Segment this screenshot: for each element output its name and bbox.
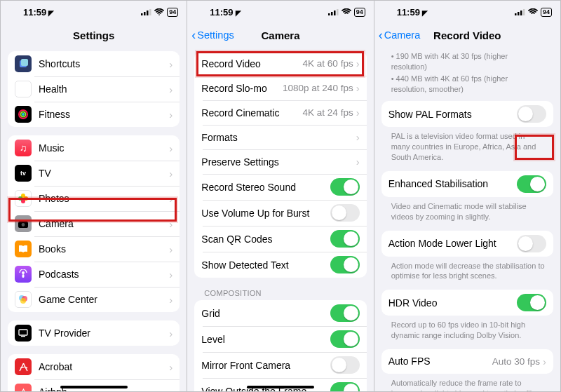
label: Health [39, 83, 169, 95]
status-time: 11:59 [397, 7, 420, 18]
row-acrobat[interactable]: Acrobat › [8, 354, 180, 379]
wifi-icon [528, 8, 538, 15]
nav-title: Camera [261, 29, 299, 41]
row-auto-fps[interactable]: Auto FPS Auto 30 fps › [381, 349, 553, 374]
battery-icon: 94 [167, 8, 178, 17]
toggle[interactable] [330, 330, 360, 348]
nav-title: Record Video [433, 29, 501, 41]
row-record-slomo[interactable]: Record Slo-mo 1080p at 240 fps › [194, 76, 366, 100]
status-bar: 11:59◤ 94 [187, 1, 373, 23]
value: 4K at 60 fps [303, 58, 353, 69]
toggle[interactable] [517, 294, 546, 311]
row-formats[interactable]: Formats › [194, 125, 366, 149]
label: Record Video [201, 58, 302, 69]
svg-point-20 [20, 298, 26, 304]
home-indicator [60, 386, 128, 388]
chevron-right-icon: › [169, 83, 173, 95]
chevron-right-icon: › [169, 109, 173, 121]
svg-rect-22 [21, 336, 25, 337]
toggle[interactable] [517, 175, 546, 193]
row-hdr-video[interactable]: HDR Video [381, 290, 553, 316]
row-show-pal[interactable]: Show PAL Formats [381, 101, 553, 127]
svg-point-16 [22, 271, 25, 274]
label: Music [39, 142, 169, 154]
row-shortcuts[interactable]: Shortcuts › [8, 51, 180, 76]
row-tv[interactable]: tv TV › [8, 161, 180, 186]
row-game-center[interactable]: Game Center › [8, 287, 180, 312]
toggle[interactable] [330, 178, 360, 196]
row-mirror-front[interactable]: Mirror Front Camera [194, 352, 366, 378]
pal-group: Show PAL Formats [381, 101, 553, 127]
nav-back[interactable]: ‹Camera [379, 23, 421, 47]
label: Auto FPS [388, 356, 492, 367]
row-show-detected-text[interactable]: Show Detected Text [194, 252, 366, 278]
row-scan-qr[interactable]: Scan QR Codes [194, 226, 366, 252]
chevron-right-icon: › [356, 82, 360, 94]
row-grid[interactable]: Grid [194, 300, 366, 326]
label: Record Stereo Sound [201, 182, 330, 193]
game-center-icon [15, 291, 32, 308]
cellular-icon [515, 8, 525, 15]
row-camera[interactable]: Camera › [8, 211, 180, 236]
nav-bar: ‹Settings Camera [187, 23, 373, 47]
nav-back[interactable]: ‹Settings [191, 23, 234, 47]
row-level[interactable]: Level [194, 326, 366, 352]
airbnb-icon [15, 384, 32, 391]
label: Camera [39, 218, 169, 229]
row-view-outside-frame[interactable]: View Outside the Frame [194, 378, 366, 391]
toggle[interactable] [330, 356, 360, 374]
value: Auto 30 fps [492, 356, 540, 367]
chevron-right-icon: › [356, 131, 360, 143]
chevron-right-icon: › [169, 218, 173, 230]
status-time: 11:59 [23, 7, 46, 18]
label: Action Mode Lower Light [388, 238, 517, 249]
status-bar: 11:59◤ 94 [1, 1, 187, 23]
toggle[interactable] [330, 382, 360, 391]
row-volume-up-burst[interactable]: Use Volume Up for Burst [194, 200, 366, 226]
location-icon: ◤ [422, 9, 428, 17]
location-icon: ◤ [48, 9, 54, 17]
toggle[interactable] [517, 105, 546, 123]
row-fitness[interactable]: Fitness › [8, 102, 180, 127]
chevron-right-icon: › [169, 168, 173, 180]
status-bar: 11:59◤ 94 [374, 1, 560, 23]
toggle[interactable] [330, 256, 360, 273]
row-record-video[interactable]: Record Video 4K at 60 fps › [194, 51, 366, 76]
row-action-mode-lower-light[interactable]: Action Mode Lower Light [381, 231, 553, 257]
svg-rect-14 [21, 220, 25, 222]
row-record-cinematic[interactable]: Record Cinematic 4K at 24 fps › [194, 100, 366, 125]
composition-group: Grid Level Mirror Front Camera View Outs… [194, 300, 366, 391]
label: Record Cinematic [201, 107, 302, 119]
toggle[interactable] [330, 304, 360, 322]
chevron-right-icon: › [169, 361, 173, 373]
svg-rect-26 [337, 9, 339, 15]
back-label: Camera [384, 29, 421, 41]
svg-rect-0 [141, 13, 143, 15]
row-record-stereo[interactable]: Record Stereo Sound [194, 174, 366, 200]
row-music[interactable]: ♫ Music › [8, 135, 180, 161]
fitness-icon [15, 106, 32, 123]
location-icon: ◤ [236, 9, 241, 17]
toggle[interactable] [517, 235, 546, 252]
chevron-right-icon: › [169, 142, 173, 154]
toggle[interactable] [330, 230, 360, 248]
label: Formats [201, 132, 356, 143]
row-books[interactable]: Books › [8, 236, 180, 262]
label: Photos [39, 193, 169, 204]
toggle[interactable] [330, 204, 360, 222]
row-enhanced-stabilisation[interactable]: Enhanced Stabilisation [381, 171, 553, 197]
label: Acrobat [39, 361, 169, 372]
row-photos[interactable]: Photos › [8, 186, 180, 211]
footer-action-mode: Action mode will decrease the stabilisat… [391, 261, 545, 282]
label: Preserve Settings [201, 156, 356, 168]
label: Use Volume Up for Burst [201, 208, 330, 219]
row-preserve-settings[interactable]: Preserve Settings › [194, 149, 366, 174]
svg-rect-2 [147, 11, 149, 15]
row-tv-provider[interactable]: TV Provider › [8, 320, 180, 346]
row-podcasts[interactable]: Podcasts › [8, 262, 180, 287]
label: Game Center [39, 294, 169, 305]
photos-icon [15, 190, 32, 207]
nav-bar: Settings [1, 23, 187, 47]
svg-rect-27 [515, 13, 517, 15]
row-health[interactable]: ♥ Health › [8, 76, 180, 102]
